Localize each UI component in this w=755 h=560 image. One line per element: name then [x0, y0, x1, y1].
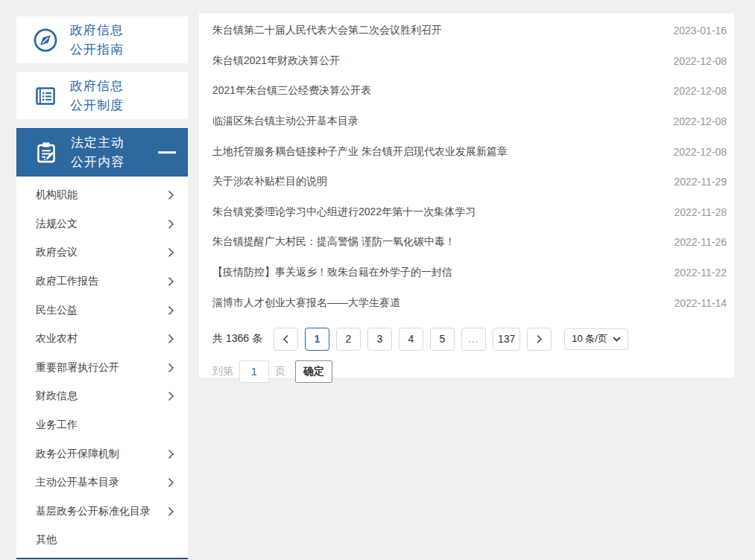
chevron-right-icon [536, 334, 543, 344]
news-list-item: 朱台镇提醒广大村民：提高警惕 谨防一氧化碳中毒！ 2022-11-26 [199, 227, 734, 258]
news-list: 朱台镇第二十届人民代表大会第二次会议胜利召开 2023-01-16 朱台镇202… [199, 16, 734, 318]
chevron-right-icon [168, 190, 174, 200]
sidebar-menu-item[interactable]: 主动公开基本目录 [16, 468, 188, 497]
news-date: 2022-11-22 [674, 267, 727, 279]
prev-page-button[interactable] [274, 328, 298, 351]
menu-item-label: 政府会议 [36, 246, 78, 259]
news-title-link[interactable]: 朱台镇提醒广大村民：提高警惕 谨防一氧化碳中毒！ [212, 235, 455, 249]
goto-page-input[interactable] [239, 360, 269, 383]
page-number-button[interactable]: 1 [305, 328, 329, 351]
news-date: 2022-11-29 [674, 176, 727, 188]
goto-row: 到第 页 确定 [199, 360, 734, 383]
news-date: 2022-11-28 [674, 206, 727, 218]
page-size-value: 10 条/页 [572, 332, 607, 346]
news-list-item: 关于涉农补贴栏目的说明 2022-11-29 [199, 167, 734, 197]
chevron-right-icon [168, 276, 174, 287]
notebook-icon [31, 82, 60, 110]
news-list-item: 2021年朱台镇三公经费决算公开表 2022-12-08 [199, 76, 734, 106]
page: 政府信息 公开指南 政府信息 公开制度 [0, 0, 755, 560]
sidebar-item-label: 政府信息 公开指南 [70, 21, 124, 60]
news-title-link[interactable]: 朱台镇第二十届人民代表大会第二次会议胜利召开 [212, 24, 442, 37]
menu-item-label: 法规公文 [36, 217, 78, 231]
menu-item-label: 机构职能 [36, 188, 78, 202]
news-list-item: 土地托管服务耦合链接种子产业 朱台镇开启现代农业发展新篇章 2022-12-08 [199, 136, 734, 167]
news-title-link[interactable]: 朱台镇党委理论学习中心组进行2022年第十一次集体学习 [212, 206, 476, 219]
news-list-item: 朱台镇2021年财政决算公开 2022-12-08 [199, 46, 734, 77]
news-list-item: 临淄区朱台镇主动公开基本目录 2022-12-08 [199, 106, 734, 137]
chevron-right-icon [168, 305, 174, 316]
chevron-right-icon [168, 247, 174, 258]
main-panel: 朱台镇第二十届人民代表大会第二次会议胜利召开 2023-01-16 朱台镇202… [199, 13, 734, 378]
page-buttons: 12345...137 [305, 328, 520, 351]
sidebar: 政府信息 公开指南 政府信息 公开制度 [16, 16, 188, 559]
menu-item-label: 重要部署执行公开 [36, 361, 119, 375]
sidebar-menu-item[interactable]: 法规公文 [16, 210, 188, 239]
sidebar-menu-item[interactable]: 机构职能 [16, 181, 188, 210]
goto-suffix-label: 页 [275, 365, 285, 378]
sidebar-menu: 机构职能 法规公文 政府会议 政府工作报告 民生公益 农业农村 重要部署执行公开 [16, 176, 188, 559]
sidebar-menu-item[interactable]: 基层政务公开标准化目录 [16, 497, 188, 526]
sidebar-item-legal-active-disclosure[interactable]: 法定主动 公开内容 [16, 128, 188, 176]
compass-icon [31, 26, 60, 54]
clipboard-icon [32, 139, 60, 167]
sidebar-menu-item[interactable]: 其他 [16, 526, 188, 555]
news-title-link[interactable]: 淄博市人才创业大赛报名——大学生赛道 [212, 296, 400, 310]
sidebar-menu-item[interactable]: 财政信息 [16, 382, 188, 411]
pagination: 共 1366 条 12345...137 10 条/页 [199, 328, 734, 351]
news-list-item: 淄博市人才创业大赛报名——大学生赛道 2022-11-14 [199, 287, 734, 318]
chevron-right-icon [168, 219, 174, 229]
goto-prefix-label: 到第 [212, 365, 233, 378]
news-list-item: 朱台镇党委理论学习中心组进行2022年第十一次集体学习 2022-11-28 [199, 197, 734, 228]
sidebar-item-disclosure-guide[interactable]: 政府信息 公开指南 [16, 16, 188, 63]
news-date: 2022-11-26 [674, 236, 727, 248]
chevron-right-icon [168, 363, 174, 373]
menu-item-label: 政府工作报告 [36, 275, 98, 288]
chevron-left-icon [282, 334, 289, 344]
news-title-link[interactable]: 【疫情防控】事关返乡！致朱台籍在外学子的一封信 [212, 266, 452, 279]
sidebar-menu-item[interactable]: 业务工作 [16, 411, 188, 440]
page-number-button[interactable]: ... [461, 328, 486, 351]
news-title-link[interactable]: 关于涉农补贴栏目的说明 [212, 175, 327, 188]
menu-item-label: 其他 [36, 533, 57, 547]
chevron-right-icon [168, 477, 174, 488]
news-title-link[interactable]: 临淄区朱台镇主动公开基本目录 [212, 115, 358, 128]
sidebar-menu-item[interactable]: 政府会议 [16, 238, 188, 267]
chevron-down-icon [613, 337, 621, 342]
sidebar-menu-item[interactable]: 政府工作报告 [16, 267, 188, 296]
menu-item-label: 政务公开保障机制 [36, 448, 119, 461]
news-date: 2023-01-16 [673, 25, 727, 36]
menu-item-label: 民生公益 [36, 304, 78, 317]
sidebar-menu-item[interactable]: 农业农村 [16, 325, 188, 354]
sidebar-menu-item[interactable]: 政务公开保障机制 [16, 439, 188, 468]
sidebar-menu-item[interactable]: 民生公益 [16, 296, 188, 325]
news-list-item: 朱台镇第二十届人民代表大会第二次会议胜利召开 2023-01-16 [199, 16, 734, 46]
page-size-select[interactable]: 10 条/页 [564, 328, 628, 350]
chevron-right-icon [168, 506, 174, 517]
page-number-button[interactable]: 4 [399, 328, 423, 351]
sidebar-item-disclosure-system[interactable]: 政府信息 公开制度 [16, 72, 188, 119]
news-date: 2022-12-08 [673, 115, 727, 127]
menu-item-label: 基层政务公开标准化目录 [36, 505, 151, 518]
page-number-button[interactable]: 2 [336, 328, 361, 351]
menu-item-label: 业务工作 [36, 419, 78, 432]
news-date: 2022-12-08 [673, 85, 727, 97]
menu-item-label: 主动公开基本目录 [36, 476, 119, 489]
confirm-button[interactable]: 确定 [295, 360, 332, 383]
page-number-button[interactable]: 137 [493, 328, 520, 351]
sidebar-menu-item[interactable]: 重要部署执行公开 [16, 354, 188, 383]
news-title-link[interactable]: 土地托管服务耦合链接种子产业 朱台镇开启现代农业发展新篇章 [212, 145, 508, 159]
sidebar-item-label: 政府信息 公开制度 [70, 77, 124, 115]
chevron-right-icon [168, 391, 174, 401]
total-count-label: 共 1366 条 [212, 332, 262, 346]
page-number-button[interactable]: 5 [430, 328, 455, 351]
next-page-button[interactable] [527, 328, 552, 351]
menu-item-label: 农业农村 [36, 332, 78, 346]
page-number-button[interactable]: 3 [367, 328, 392, 351]
news-date: 2022-12-08 [673, 55, 727, 67]
news-title-link[interactable]: 朱台镇2021年财政决算公开 [212, 54, 340, 68]
menu-item-label: 财政信息 [36, 389, 78, 403]
chevron-right-icon [168, 334, 174, 344]
minus-icon [158, 151, 176, 154]
news-date: 2022-11-14 [674, 297, 727, 309]
news-title-link[interactable]: 2021年朱台镇三公经费决算公开表 [212, 84, 371, 98]
